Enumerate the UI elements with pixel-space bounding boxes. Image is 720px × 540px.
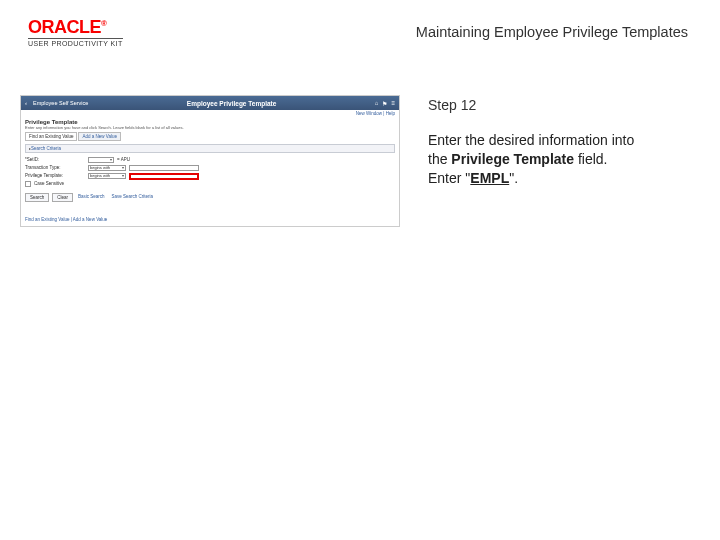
doc-header: ORACLE® USER PRODUCTIVITY KIT Maintainin… [0,0,720,55]
op-setid[interactable] [88,157,114,163]
content-row: ‹ Employee Self Service Employee Privile… [0,55,720,237]
save-search-link[interactable]: Save Search Criteria [110,193,156,202]
search-form: *SetID: = APU Transaction Type: begins w… [21,153,399,190]
page-subtext: Enter any information you have and click… [21,125,399,132]
op-trans-type[interactable]: begins with [88,165,126,171]
instr-line3c: ". [509,170,518,186]
instr-line2c: field. [574,151,607,167]
row-trans-type: Transaction Type: begins with [25,165,395,172]
oracle-logo-subtitle: USER PRODUCTIVITY KIT [28,38,123,47]
basic-search-link[interactable]: Basic Search [76,193,107,202]
label-trans-type: Transaction Type: [25,165,85,172]
label-setid: *SetID: [25,157,85,164]
row-priv-template: Privilege Template: begins with [25,173,395,180]
instr-line3a: Enter " [428,170,470,186]
instr-entry-value: EMPL [470,170,509,186]
flag-icon[interactable]: ⚑ [382,100,387,107]
clear-button[interactable]: Clear [52,193,73,202]
menu-icon[interactable]: ≡ [391,100,395,107]
oracle-logo-text: ORACLE [28,17,101,37]
top-link-row[interactable]: New Window | Help [21,110,399,117]
button-row: Search Clear Basic Search Save Search Cr… [21,190,399,205]
search-button[interactable]: Search [25,193,49,202]
row-case-sensitive: Case Sensitive [25,181,395,188]
instruction-text: Enter the desired information into the P… [428,131,688,188]
oracle-logo-block: ORACLE® USER PRODUCTIVITY KIT [28,18,123,47]
label-priv-template: Privilege Template: [25,173,85,180]
instr-line2a: the [428,151,451,167]
back-icon[interactable]: ‹ [25,100,27,106]
tab-row: Find an Existing Value Add a New Value [21,132,399,141]
instruction-panel: Step 12 Enter the desired information in… [428,95,688,227]
label-case-sensitive: Case Sensitive [34,181,64,188]
instr-field-name: Privilege Template [451,151,574,167]
oracle-logo: ORACLE® [28,18,123,36]
row-setid: *SetID: = APU [25,157,395,164]
step-label: Step 12 [428,97,688,113]
app-top-bar: ‹ Employee Self Service Employee Privile… [21,96,399,110]
tab-add-new[interactable]: Add a New Value [78,132,120,141]
instr-line1: Enter the desired information into [428,132,634,148]
op-priv-template[interactable]: begins with [88,173,126,179]
value-setid: = APU [117,157,130,164]
navbar-context: Employee Self Service [33,100,88,106]
navbar-title: Employee Privilege Template [94,100,369,107]
oracle-logo-tm: ® [101,19,106,28]
app-screenshot: ‹ Employee Self Service Employee Privile… [20,95,400,227]
doc-title: Maintaining Employee Privilege Templates [416,18,688,40]
search-criteria-section: Search Criteria [25,144,395,153]
input-trans-type[interactable] [129,165,199,171]
input-priv-template[interactable] [129,173,199,180]
search-criteria-header[interactable]: Search Criteria [26,145,394,152]
checkbox-case-sensitive[interactable] [25,181,31,187]
page-heading: Privilege Template [21,117,399,125]
footer-links[interactable]: Find an Existing Value | Add a New Value [21,205,399,226]
tab-find-existing[interactable]: Find an Existing Value [25,132,77,141]
home-icon[interactable]: ⌂ [375,100,379,107]
